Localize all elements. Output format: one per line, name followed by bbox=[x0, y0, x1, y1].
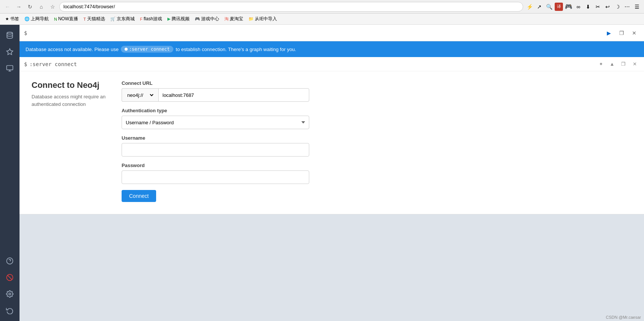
download-icon[interactable]: ⬇ bbox=[584, 3, 592, 11]
bookmark-item-jd[interactable]: 🛒 京东商城 bbox=[108, 15, 137, 23]
sidebar-item-favorites[interactable] bbox=[2, 44, 17, 59]
url-group: Connect URL neo4j:// bolt:// neo4j+s:// … bbox=[122, 80, 309, 102]
url-row: neo4j:// bolt:// neo4j+s:// bolt+s:// bbox=[122, 88, 309, 102]
refresh-button[interactable]: ↻ bbox=[26, 2, 35, 11]
cmd-bar: $ ▶ ❐ ✕ bbox=[20, 25, 644, 41]
bookmark-item-now[interactable]: N NOW直播 bbox=[52, 15, 80, 23]
info-text-after: to establish connection. There's a graph… bbox=[176, 47, 296, 52]
connect-left: Connect to Neo4j Database access might r… bbox=[32, 80, 107, 202]
lightning-icon: ⚡ bbox=[525, 3, 534, 11]
run-button[interactable]: ▶ bbox=[603, 28, 614, 38]
infinity-icon: ∞ bbox=[574, 3, 582, 11]
panel-dollar: $ bbox=[24, 61, 27, 67]
bookmark-label: NOW直播 bbox=[58, 16, 78, 22]
bookmark-item-ie[interactable]: 📁 从IE中导入 bbox=[246, 15, 279, 23]
bookmark-label: 游戏中心 bbox=[201, 16, 219, 22]
sidebar-item-history[interactable] bbox=[2, 303, 17, 318]
close-panel-button[interactable]: ✕ bbox=[630, 59, 639, 69]
moon-icon[interactable]: ☽ bbox=[613, 3, 621, 11]
game-icon: 🎮 bbox=[564, 3, 573, 11]
sidebar-item-help[interactable] bbox=[2, 253, 17, 268]
connect-layout: Connect to Neo4j Database access might r… bbox=[32, 80, 632, 202]
bookmark-item-bookmarks[interactable]: ★ 书签 bbox=[3, 15, 21, 23]
panel-cmd-text: :server connect bbox=[29, 61, 77, 67]
taobao-icon: 淘 bbox=[224, 16, 229, 22]
share-icon[interactable]: ↗ bbox=[535, 3, 543, 11]
badge-dot bbox=[125, 48, 128, 51]
gamecenter-icon: 🎮 bbox=[195, 17, 200, 21]
cmd-dollar: $ bbox=[24, 30, 27, 36]
host-input[interactable] bbox=[158, 88, 309, 102]
url-protocol[interactable]: neo4j:// bolt:// neo4j+s:// bolt+s:// bbox=[122, 88, 158, 102]
expand-button[interactable]: ❐ bbox=[616, 28, 627, 38]
tmall-icon: T bbox=[83, 17, 86, 21]
svg-marker-1 bbox=[7, 49, 13, 55]
protocol-select[interactable]: neo4j:// bolt:// neo4j+s:// bolt+s:// bbox=[126, 92, 155, 98]
svg-line-8 bbox=[8, 275, 12, 280]
info-badge[interactable]: :server connect bbox=[121, 46, 173, 53]
jd-icon: 🛒 bbox=[110, 17, 116, 21]
now-icon: N bbox=[54, 17, 57, 21]
connect-button[interactable]: Connect bbox=[122, 190, 156, 202]
bookmark-item-nav[interactable]: 🌐 上网导航 bbox=[22, 15, 51, 23]
svg-point-9 bbox=[9, 293, 11, 295]
connect-form: Connect URL neo4j:// bolt:// neo4j+s:// … bbox=[122, 80, 309, 202]
sidebar-item-alert[interactable] bbox=[2, 270, 17, 285]
bookmark-label: 天猫精选 bbox=[87, 16, 105, 22]
collapse-button[interactable]: ▲ bbox=[607, 59, 617, 69]
connect-panel: $ :server connect ✦ ▲ ❐ ✕ Connect to bbox=[20, 57, 644, 214]
bookmark-item-game[interactable]: 🎮 游戏中心 bbox=[193, 15, 221, 23]
star-icon: ★ bbox=[5, 17, 9, 21]
content-area: $ ▶ ❐ ✕ Database access not available. P… bbox=[20, 25, 644, 321]
folder-icon: 📁 bbox=[248, 17, 254, 21]
panel-command: $ :server connect bbox=[24, 61, 77, 67]
sidebar-item-database[interactable] bbox=[2, 28, 17, 43]
auth-type-group: Authentication type Username / Password … bbox=[122, 108, 309, 129]
address-bar[interactable] bbox=[59, 2, 523, 12]
password-input[interactable] bbox=[122, 170, 309, 184]
bookmark-label: 腾讯视频 bbox=[172, 16, 190, 22]
sidebar-item-monitor[interactable] bbox=[2, 61, 17, 76]
password-label: Password bbox=[122, 163, 309, 168]
username-input[interactable] bbox=[122, 143, 309, 157]
bookmarks-bar: ★ 书签 🌐 上网导航 N NOW直播 T 天猫精选 🛒 京东商城 F flas… bbox=[0, 14, 644, 25]
close-button[interactable]: ✕ bbox=[629, 28, 639, 38]
menu-icon[interactable]: ☰ bbox=[633, 3, 641, 11]
bookmark-button[interactable]: ☆ bbox=[48, 2, 57, 11]
more-icon[interactable]: ⋯ bbox=[623, 3, 631, 11]
tencent-icon: ▶ bbox=[167, 17, 170, 21]
sidebar-item-settings[interactable] bbox=[2, 286, 17, 301]
svg-point-0 bbox=[7, 32, 13, 34]
back-button[interactable]: ← bbox=[3, 2, 12, 11]
connect-description: Database access might require an authent… bbox=[32, 93, 107, 108]
pin-button[interactable]: ✦ bbox=[596, 59, 606, 69]
username-label: Username bbox=[122, 135, 309, 141]
auth-type-select[interactable]: Username / Password No authentication Ke… bbox=[122, 116, 309, 129]
browser-area: $ ▶ ❐ ✕ Database access not available. P… bbox=[0, 25, 644, 321]
expand-panel-button[interactable]: ❐ bbox=[618, 59, 628, 69]
home-button[interactable]: ⌂ bbox=[37, 2, 46, 11]
panel-header: $ :server connect ✦ ▲ ❐ ✕ bbox=[20, 57, 644, 71]
username-group: Username bbox=[122, 135, 309, 157]
bookmark-label: 上网导航 bbox=[31, 16, 49, 22]
search-icon[interactable]: 🔍 bbox=[545, 3, 553, 11]
bookmark-item-tencent[interactable]: ▶ 腾讯视频 bbox=[165, 15, 192, 23]
footer-credit: CSDN @Mr.caesar bbox=[606, 315, 641, 319]
undo-icon[interactable]: ↩ bbox=[603, 3, 612, 11]
panel-buttons: ✦ ▲ ❐ ✕ bbox=[596, 59, 639, 69]
cmd-actions: ▶ ❐ ✕ bbox=[603, 28, 639, 38]
bookmark-item-flash[interactable]: F flash游戏 bbox=[138, 15, 164, 23]
password-group: Password bbox=[122, 163, 309, 184]
forward-button[interactable]: → bbox=[14, 2, 23, 11]
cut-icon: ✂ bbox=[594, 3, 602, 11]
bookmark-label: 书签 bbox=[10, 16, 19, 22]
bookmark-item-tmall[interactable]: T 天猫精选 bbox=[81, 15, 107, 23]
browser-chrome: ← → ↻ ⌂ ☆ ⚡ ↗ 🔍 译 🎮 ∞ ⬇ ✂ ↩ ☽ ⋯ ☰ ★ 书签 🌐… bbox=[0, 0, 644, 25]
info-banner: Database access not available. Please us… bbox=[20, 41, 644, 57]
bookmark-label: 从IE中导入 bbox=[255, 16, 277, 22]
cmd-input[interactable] bbox=[30, 30, 600, 36]
csdn-icon: 译 bbox=[555, 3, 563, 11]
badge-text: :server connect bbox=[129, 47, 170, 52]
bookmark-item-taobao[interactable]: 淘 麦淘宝 bbox=[222, 15, 245, 23]
bookmark-label: 京东商城 bbox=[117, 16, 135, 22]
